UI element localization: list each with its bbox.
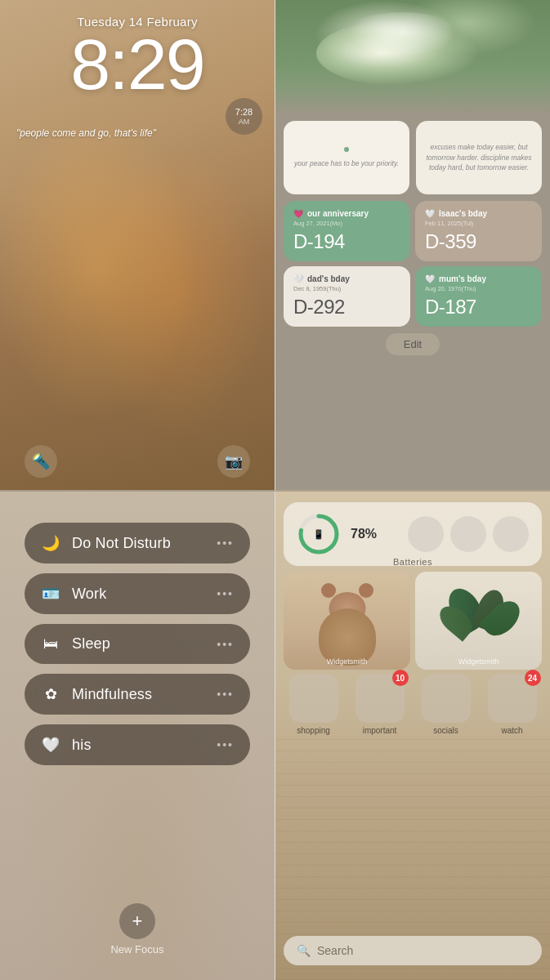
dad-icon: 🤍: [293, 274, 303, 283]
camera-button[interactable]: 📷: [217, 445, 250, 478]
app-label-watch: watch: [501, 726, 522, 735]
quote-card-1: your peace has to be your priority.: [284, 121, 409, 194]
dday-grid: 💗 our anniversary Aug 27, 2021(Mo) D-194…: [275, 201, 550, 333]
isaac-title: Isaac's bday: [439, 209, 487, 218]
focus-item-sleep[interactable]: 🛏 Sleep •••: [25, 624, 250, 664]
quote-text-1: your peace has to be your priority.: [294, 158, 399, 169]
anniversary-icon: 💗: [293, 209, 303, 218]
widgetsmith-row: Widgetsmith Widgetsmith: [284, 572, 542, 670]
app-icons-row: shopping 10 important socials 24 watch: [284, 674, 542, 735]
quote-dot: [344, 147, 349, 152]
lock-quote: "people come and go, that's life": [16, 127, 156, 140]
quote-cards-row: your peace has to be your priority. excu…: [275, 114, 550, 201]
app-label-socials: socials: [433, 726, 458, 735]
his-more-icon[interactable]: •••: [217, 738, 234, 751]
bear-ear-left: [321, 583, 336, 598]
dad-title: dad's bday: [307, 274, 350, 283]
focus-item-mindfulness[interactable]: ✿ Mindfulness •••: [25, 674, 250, 715]
lock-time-text: 8:29: [70, 24, 203, 105]
vertical-divider: [275, 0, 275, 980]
isaac-icon: 🤍: [425, 209, 435, 218]
search-label: Search: [317, 944, 353, 957]
app-label-important: important: [363, 726, 397, 735]
focus-label-his: his: [72, 737, 205, 754]
search-icon: 🔍: [297, 944, 311, 957]
plant-decoration: [454, 580, 503, 653]
battery-other-devices: [387, 516, 529, 552]
work-more-icon[interactable]: •••: [217, 587, 234, 600]
app-item-watch[interactable]: 24 watch: [485, 674, 540, 735]
focus-item-dnd[interactable]: 🌙 Do Not Disturb •••: [25, 523, 250, 564]
watch-badge: 24: [525, 670, 541, 686]
dday-card-isaac[interactable]: 🤍 Isaac's bday Feb 11, 2025(Tul) D-359: [415, 201, 542, 261]
widgetsmith-label-2: Widgetsmith: [415, 657, 542, 666]
focus-label-work: Work: [72, 586, 205, 603]
work-icon: 🪪: [41, 585, 60, 603]
bear-ear-right: [359, 583, 373, 598]
focus-panel: 🌙 Do Not Disturb ••• 🪪 Work ••• 🛏 Sleep …: [0, 490, 275, 980]
flashlight-button[interactable]: 🔦: [25, 445, 57, 478]
focus-label-sleep: Sleep: [72, 635, 205, 653]
dnd-more-icon[interactable]: •••: [217, 537, 234, 550]
new-focus-label: New Focus: [110, 943, 163, 956]
lock-time: 8:29: [0, 29, 275, 100]
quote-card-2: excuses make today easier, but tomorrow …: [416, 121, 542, 194]
dad-sub: Dec 8, 1959(Thu): [293, 285, 400, 292]
app-item-important[interactable]: 10 important: [352, 674, 408, 735]
device-icon-3: [493, 516, 529, 552]
mum-title: mum's bday: [439, 274, 486, 283]
mum-count: D-187: [425, 296, 532, 318]
anniversary-count: D-194: [293, 230, 400, 253]
world-clock: 7:28 AM: [226, 98, 262, 135]
dday-card-mum[interactable]: 🤍 mum's bday Aug 20, 1970(Thu) D-187: [415, 266, 542, 327]
world-clock-time: 7:28: [235, 107, 253, 118]
edit-pill[interactable]: Edit: [386, 333, 440, 355]
new-focus-button[interactable]: +: [119, 903, 155, 939]
mum-icon: 🤍: [425, 274, 435, 283]
isaac-sub: Feb 11, 2025(Tul): [425, 220, 532, 227]
anniversary-title: our anniversary: [307, 209, 369, 218]
bed-icon: 🛏: [41, 635, 60, 653]
search-bar[interactable]: 🔍 Search: [284, 936, 542, 965]
widgetsmith-bear[interactable]: Widgetsmith: [284, 572, 410, 670]
app-item-socials[interactable]: socials: [418, 674, 474, 735]
app-icon-socials[interactable]: [422, 674, 471, 723]
app-icon-watch[interactable]: 24: [488, 674, 537, 723]
edit-button-area[interactable]: Edit: [275, 333, 550, 363]
widgetsmith-plant[interactable]: Widgetsmith: [415, 572, 542, 670]
app-icon-important[interactable]: 10: [355, 674, 405, 723]
world-clock-period: AM: [239, 118, 250, 127]
homescreen-panel: 📱 78% Batteries Widgetsmith: [275, 490, 550, 980]
lock-bottom-bar: 🔦 📷: [0, 445, 275, 478]
important-badge: 10: [392, 670, 409, 686]
device-icon-1: [408, 516, 444, 552]
focus-label-mindfulness: Mindfulness: [72, 686, 205, 703]
anniversary-sub: Aug 27, 2021(Mo): [293, 220, 400, 227]
widget-panel: your peace has to be your priority. excu…: [275, 0, 550, 490]
isaac-count: D-359: [425, 230, 532, 253]
device-icon-2: [450, 516, 486, 552]
battery-percent: 78%: [351, 527, 377, 541]
focus-item-work[interactable]: 🪪 Work •••: [25, 573, 250, 614]
app-icon-shopping[interactable]: [289, 674, 338, 723]
mindfulness-more-icon[interactable]: •••: [217, 688, 234, 701]
flower-image: [275, 0, 550, 114]
flower-decoration: [292, 8, 496, 90]
sleep-more-icon[interactable]: •••: [217, 638, 234, 651]
widgetsmith-label-1: Widgetsmith: [284, 657, 410, 666]
dday-card-anniversary[interactable]: 💗 our anniversary Aug 27, 2021(Mo) D-194: [284, 201, 410, 261]
batteries-label: Batteries: [284, 557, 542, 567]
dday-card-dad[interactable]: 🤍 dad's bday Dec 8, 1959(Thu) D-292: [284, 266, 410, 327]
flower-icon: ✿: [41, 685, 60, 703]
moon-icon: 🌙: [41, 534, 60, 552]
lockscreen-panel: Tuesday 14 February 8:29 "people come an…: [0, 0, 275, 490]
app-label-shopping: shopping: [297, 726, 330, 735]
battery-donut: 📱: [297, 512, 341, 556]
quote-text-2: excuses make today easier, but tomorrow …: [424, 142, 534, 173]
new-focus-area: + New Focus: [0, 903, 275, 956]
mum-sub: Aug 20, 1970(Thu): [425, 285, 532, 292]
focus-list: 🌙 Do Not Disturb ••• 🪪 Work ••• 🛏 Sleep …: [0, 490, 275, 782]
focus-item-his[interactable]: 🤍 his •••: [25, 724, 250, 765]
app-item-shopping[interactable]: shopping: [286, 674, 342, 735]
dad-count: D-292: [293, 296, 400, 318]
